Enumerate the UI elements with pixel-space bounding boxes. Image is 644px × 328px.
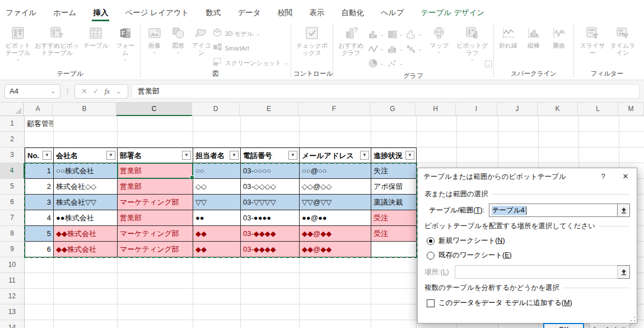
cell-C13[interactable] — [118, 304, 193, 320]
row-header-9[interactable]: 9 — [0, 242, 25, 257]
row-header-13[interactable]: 13 — [0, 304, 25, 320]
cell-B10[interactable] — [54, 257, 118, 273]
cell-F3[interactable]: メールアドレス▼ — [300, 147, 371, 163]
menu-tab-page-layout[interactable]: ページ レイアウト — [125, 8, 189, 18]
menu-tab-file[interactable]: ファイル — [6, 8, 36, 18]
cell-C4[interactable]: 営業部 — [118, 163, 193, 179]
cell-F13[interactable] — [300, 304, 371, 320]
form-button[interactable]: F フォーム⌄ — [113, 24, 138, 61]
cell-G4[interactable]: 失注 — [371, 163, 417, 179]
cell-A5[interactable]: 2 — [25, 179, 54, 195]
cell-C8[interactable]: マーケティング部 — [118, 226, 193, 242]
cell-F1[interactable] — [300, 116, 371, 132]
screenshot-button[interactable]: スクリーンショット ⌄ — [213, 57, 288, 68]
row-header-10[interactable]: 10 — [0, 257, 25, 273]
cell-A1[interactable]: 顧客管理 — [25, 116, 54, 132]
cell-G8[interactable]: 受注 — [371, 226, 417, 242]
cell-C6[interactable]: マーケティング部 — [118, 195, 193, 210]
menu-tab-insert[interactable]: 挿入 — [93, 8, 108, 18]
dialog-close-button[interactable]: ✕ — [614, 168, 637, 185]
cell-I2[interactable] — [457, 132, 498, 147]
cell-B11[interactable] — [54, 273, 118, 289]
cell-E12[interactable] — [241, 289, 300, 304]
cell-A14[interactable] — [25, 320, 54, 328]
cell-G7[interactable]: 受注 — [371, 210, 417, 226]
column-header-B[interactable]: B — [53, 103, 116, 116]
cell-J1[interactable] — [498, 116, 539, 132]
cell-C1[interactable] — [118, 116, 193, 132]
menu-tab-automate[interactable]: 自動化 — [342, 8, 365, 18]
cell-B8[interactable]: ◆◆株式会社 — [54, 226, 118, 242]
checkbox-add-to-data-model[interactable]: このデータをデータ モデルに追加する(M) — [427, 298, 630, 308]
cell-G14[interactable] — [371, 320, 417, 328]
row-header-11[interactable]: 11 — [0, 273, 25, 289]
sparkline-column-button[interactable]: 縦棒 — [521, 24, 545, 49]
cell-I3[interactable] — [457, 147, 498, 163]
cell-G6[interactable]: 稟議決裁 — [371, 195, 417, 210]
3d-models-button[interactable]: 3D モデル ⌄ — [213, 28, 288, 39]
column-header-K[interactable]: K — [538, 103, 578, 116]
column-header-M[interactable]: M — [618, 103, 644, 116]
cell-L1[interactable] — [579, 116, 619, 132]
cell-B6[interactable]: 株式会社▽▽ — [54, 195, 118, 210]
cell-J3[interactable] — [498, 147, 539, 163]
pictures-button[interactable]: 画像⌄ — [143, 24, 166, 54]
cell-A10[interactable] — [25, 257, 54, 273]
cell-B3[interactable]: 会社名▼ — [54, 147, 118, 163]
confirm-entry-icon[interactable]: ✓ — [93, 87, 99, 95]
cell-C5[interactable]: 営業部 — [118, 179, 193, 195]
column-header-L[interactable]: L — [578, 103, 618, 116]
smartart-button[interactable]: SmartArt — [213, 43, 288, 54]
filter-dropdown-button[interactable]: ▼ — [43, 151, 52, 160]
cell-C14[interactable] — [118, 320, 193, 328]
dialog-resize-grip[interactable] — [630, 316, 636, 322]
menu-tab-data[interactable]: データ — [237, 8, 260, 18]
cell-M1[interactable] — [619, 116, 644, 132]
cell-D13[interactable] — [193, 304, 241, 320]
pie-chart-button[interactable]: ⌄ — [367, 56, 386, 71]
cell-D3[interactable]: 担当者名▼ — [193, 147, 241, 163]
pivotchart-button[interactable]: ピボットグラフ⌄ — [454, 24, 491, 61]
cell-D4[interactable]: ○○ — [193, 163, 241, 179]
cell-F14[interactable] — [300, 320, 371, 328]
cell-H2[interactable] — [417, 132, 457, 147]
menu-tab-review[interactable]: 校閲 — [278, 8, 293, 18]
cell-B9[interactable]: ◆◆株式会社 — [54, 242, 118, 257]
cell-D7[interactable]: ●● — [193, 210, 241, 226]
recommended-pivottables-button[interactable]: ? おすすめピボットテーブル — [35, 24, 79, 57]
cell-D5[interactable]: ◇◇ — [193, 179, 241, 195]
cell-K3[interactable] — [539, 147, 579, 163]
line-chart-button[interactable]: ⌄ — [367, 41, 386, 56]
cell-K2[interactable] — [539, 132, 579, 147]
cell-M3[interactable] — [619, 147, 644, 163]
cell-A9[interactable]: 6 — [25, 242, 54, 257]
menu-tab-home[interactable]: ホーム — [53, 8, 76, 18]
table-range-input[interactable]: テーブル4 — [489, 204, 618, 217]
cell-D1[interactable] — [193, 116, 241, 132]
radio-existing-worksheet[interactable]: 既存のワークシート(E) — [427, 251, 630, 260]
filter-dropdown-button[interactable]: ▼ — [360, 151, 369, 160]
row-header-3[interactable]: 3 — [0, 147, 25, 163]
cell-B2[interactable] — [54, 132, 118, 147]
row-header-8[interactable]: 8 — [0, 226, 25, 242]
cell-D6[interactable]: ▽▽ — [193, 195, 241, 210]
cell-E2[interactable] — [241, 132, 300, 147]
cell-E9[interactable]: 03-◆◆◆◆ — [241, 242, 300, 257]
cell-D9[interactable]: ◆◆ — [193, 242, 241, 257]
cell-E8[interactable]: 03-◆◆◆◆ — [241, 226, 300, 242]
cell-G10[interactable] — [371, 257, 417, 273]
select-all-corner[interactable] — [0, 103, 24, 116]
timeline-button[interactable]: タイムライン — [609, 24, 637, 57]
cell-B5[interactable]: 株式会社◇◇ — [54, 179, 118, 195]
cell-E7[interactable]: 03-●●●● — [241, 210, 300, 226]
cell-D2[interactable] — [193, 132, 241, 147]
menu-tab-table-design[interactable]: テーブル デザイン — [421, 8, 484, 18]
cell-L3[interactable] — [579, 147, 619, 163]
column-chart-button[interactable]: ⌄ — [367, 27, 386, 41]
cell-B14[interactable] — [54, 320, 118, 328]
cell-E4[interactable]: 03-○○○○ — [241, 163, 300, 179]
cell-I1[interactable] — [457, 116, 498, 132]
cell-F12[interactable] — [300, 289, 371, 304]
column-header-C[interactable]: C — [116, 103, 192, 116]
cell-F4[interactable]: ○○@○○ — [300, 163, 371, 179]
